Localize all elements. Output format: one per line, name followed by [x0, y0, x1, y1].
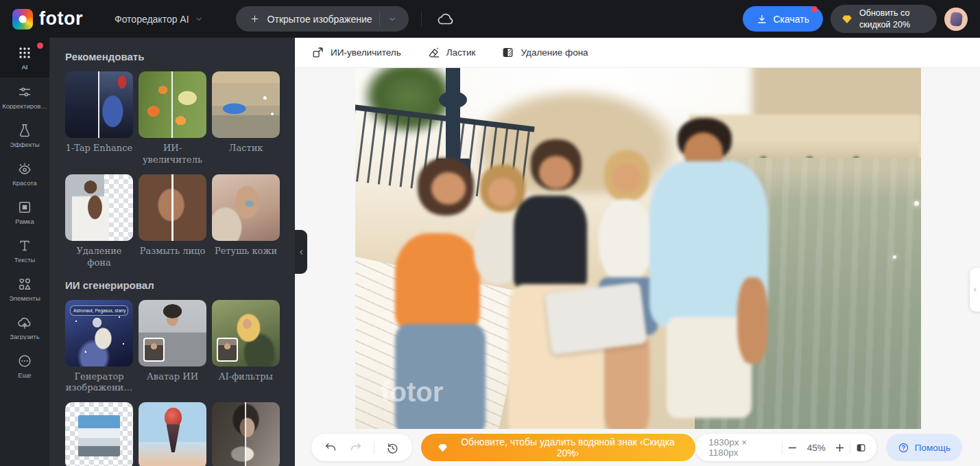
upgrade-label: Обновить со скидкой 20%: [859, 8, 927, 30]
panel-collapse-handle[interactable]: [295, 230, 307, 274]
thumbnail-restore: [212, 402, 280, 466]
photo-person: [488, 178, 516, 207]
fotor-photo-editor: { "topbar": { "logo_text": "fotor", "too…: [0, 0, 980, 466]
thumbnail-skin: [212, 174, 280, 241]
right-panel-expand-handle[interactable]: [970, 268, 980, 312]
more-icon: [17, 353, 32, 369]
thumbnail-avatar: [139, 300, 206, 366]
thumbnail-blurface: [139, 174, 206, 241]
sidebar-item-label: Красота: [12, 180, 37, 187]
photo-person: [514, 196, 587, 290]
sidebar-item-upload[interactable]: Загрузить: [0, 308, 49, 347]
tool-label: Ластик: [446, 47, 476, 58]
inset-photo: [217, 338, 238, 362]
feature-card-label: AI-фильтры: [212, 371, 280, 383]
compare-view-button[interactable]: [850, 436, 871, 458]
redo-button[interactable]: [349, 441, 362, 454]
thumbnail-icecream: [139, 402, 206, 466]
zoom-in-button[interactable]: [830, 436, 850, 458]
open-image-dropdown[interactable]: [379, 12, 405, 27]
photo-people-group: [355, 67, 921, 429]
tool-ai-upscaler[interactable]: ИИ-увеличитель: [311, 46, 401, 59]
sidebar-item-label: Элементы: [9, 295, 40, 302]
prompt-chip: Astronaut, Pegasus, starry |: [70, 305, 128, 316]
history-controls: [311, 434, 412, 461]
sidebar-item-ai[interactable]: AI: [0, 38, 49, 78]
photo-person: [599, 199, 652, 282]
question-icon: [898, 442, 909, 454]
thumbnail-filters: [212, 300, 280, 366]
notification-dot: [37, 43, 43, 49]
feature-card-bgremove[interactable]: Удаление фона: [65, 174, 133, 269]
undo-button[interactable]: [324, 441, 337, 454]
photo-person: [539, 156, 573, 188]
feature-card-label: Удаление фона: [65, 246, 133, 269]
help-button[interactable]: Помощь: [886, 434, 962, 461]
sidebar-item-label: AI: [22, 64, 28, 71]
help-label: Помощь: [915, 443, 951, 453]
feature-card-tap1[interactable]: 1-Tap Enhance: [65, 71, 133, 154]
feature-card-icecream[interactable]: [139, 402, 206, 466]
feature-card-eraser[interactable]: Ластик: [212, 71, 280, 154]
sidebar-item-label: Корректиров…: [2, 103, 47, 110]
thumbnail-eraser: [212, 71, 280, 138]
zoom-out-button[interactable]: [782, 436, 803, 458]
feature-card-generator[interactable]: Astronaut, Pegasus, starry |Генератор из…: [65, 300, 133, 395]
sliders-icon: [17, 84, 32, 100]
chevron-down-icon: [195, 15, 203, 23]
tool-switcher[interactable]: Фоторедактор AI: [115, 14, 203, 25]
sidebar-item-beauty[interactable]: Красота: [0, 154, 49, 193]
sidebar-item-effects[interactable]: Эффекты: [0, 116, 49, 154]
user-avatar[interactable]: [944, 8, 968, 31]
feature-card-filters[interactable]: AI-фильтры: [212, 300, 280, 383]
reset-history-button[interactable]: [386, 441, 399, 454]
bottom-bar: Обновите, чтобы удалить водяной знак ‹Ск…: [311, 434, 962, 461]
upgrade-button[interactable]: Обновить со скидкой 20%: [830, 5, 937, 33]
sidebar-item-adjust[interactable]: Корректиров…: [0, 78, 49, 116]
cloud-save-button[interactable]: [434, 8, 457, 31]
fotor-logo[interactable]: fotor: [12, 9, 83, 30]
thumbnail-bgremove: [65, 174, 133, 241]
cutout-photo: [78, 415, 120, 456]
fotor-watermark: fotor: [381, 378, 443, 406]
sidebar-item-elements[interactable]: Элементы: [0, 270, 49, 308]
inset-photo: [143, 338, 165, 362]
zoom-level: 45%: [803, 443, 830, 453]
eraser-icon: [427, 46, 440, 59]
open-image-button[interactable]: Открытое изображение: [236, 6, 409, 32]
feature-card-restore[interactable]: [212, 402, 280, 466]
cloud-upload-icon: [17, 315, 32, 330]
feature-card-cutout[interactable]: [65, 402, 133, 466]
feature-card-skin[interactable]: Ретушь кожи: [212, 174, 280, 257]
topbar-divider: [421, 12, 422, 27]
feature-card-upscaler[interactable]: ИИ-увеличитель: [139, 71, 206, 166]
remove-watermark-upgrade-button[interactable]: Обновите, чтобы удалить водяной знак ‹Ск…: [421, 434, 695, 461]
download-button[interactable]: Скачать: [743, 6, 824, 32]
feature-card-blurface[interactable]: Размыть лицо: [139, 174, 206, 257]
zoom-controls: 1830px × 1180px 45%: [695, 434, 876, 461]
thumbnail-upscaler: [139, 71, 206, 138]
photo-tablet: [545, 282, 647, 355]
flask-icon: [17, 123, 32, 138]
eye-icon: [17, 161, 32, 176]
edited-photo[interactable]: fotor: [355, 67, 921, 429]
feature-card-avatar[interactable]: Аватар ИИ: [139, 300, 206, 383]
fotor-logo-text: fotor: [39, 10, 83, 28]
sidebar-item-more[interactable]: Еще: [0, 347, 49, 385]
tool-bg-remover[interactable]: Удаление фона: [501, 46, 588, 59]
fotor-logo-icon: [12, 9, 33, 30]
text-icon: [17, 238, 32, 253]
sidebar-item-frame[interactable]: Рамка: [0, 193, 49, 231]
divider: [374, 441, 374, 454]
sidebar-item-label: Загрузить: [10, 334, 39, 340]
download-icon: [756, 14, 767, 25]
sidebar-rail: AIКорректиров…ЭффектыКрасотаРамкаТекстыЭ…: [0, 38, 49, 466]
card-grid: Astronaut, Pegasus, starry |Генератор из…: [65, 300, 295, 466]
sidebar-item-texts[interactable]: Тексты: [0, 231, 49, 270]
sidebar-item-label: Еще: [18, 372, 31, 379]
tool-eraser[interactable]: Ластик: [427, 46, 476, 59]
image-dimensions: 1830px × 1180px: [708, 437, 771, 458]
diamond-icon: [841, 13, 853, 25]
canvas-area[interactable]: fotor: [295, 67, 980, 466]
thumbnail-cutout: [65, 402, 133, 466]
